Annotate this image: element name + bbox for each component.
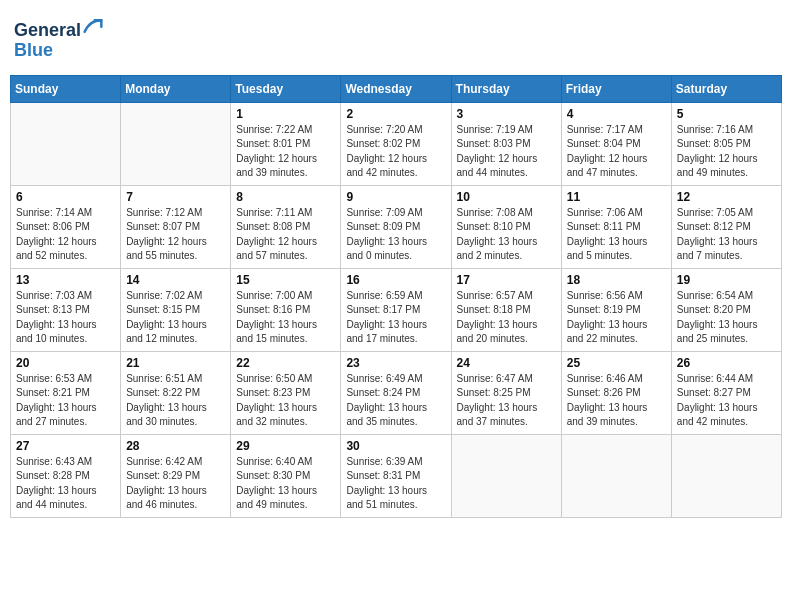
day-number: 3 bbox=[457, 107, 556, 121]
calendar-cell: 14Sunrise: 7:02 AMSunset: 8:15 PMDayligh… bbox=[121, 268, 231, 351]
day-number: 27 bbox=[16, 439, 115, 453]
day-info: Sunrise: 7:11 AMSunset: 8:08 PMDaylight:… bbox=[236, 206, 335, 264]
calendar-week-row: 20Sunrise: 6:53 AMSunset: 8:21 PMDayligh… bbox=[11, 351, 782, 434]
calendar-day-header: Saturday bbox=[671, 75, 781, 102]
day-info: Sunrise: 7:03 AMSunset: 8:13 PMDaylight:… bbox=[16, 289, 115, 347]
calendar-day-header: Thursday bbox=[451, 75, 561, 102]
day-info: Sunrise: 7:17 AMSunset: 8:04 PMDaylight:… bbox=[567, 123, 666, 181]
calendar-day-header: Friday bbox=[561, 75, 671, 102]
day-info: Sunrise: 6:50 AMSunset: 8:23 PMDaylight:… bbox=[236, 372, 335, 430]
calendar-cell: 9Sunrise: 7:09 AMSunset: 8:09 PMDaylight… bbox=[341, 185, 451, 268]
day-info: Sunrise: 7:08 AMSunset: 8:10 PMDaylight:… bbox=[457, 206, 556, 264]
day-number: 9 bbox=[346, 190, 445, 204]
day-info: Sunrise: 6:47 AMSunset: 8:25 PMDaylight:… bbox=[457, 372, 556, 430]
day-number: 26 bbox=[677, 356, 776, 370]
logo-text: General bbox=[14, 16, 103, 41]
calendar-cell: 8Sunrise: 7:11 AMSunset: 8:08 PMDaylight… bbox=[231, 185, 341, 268]
day-info: Sunrise: 7:12 AMSunset: 8:07 PMDaylight:… bbox=[126, 206, 225, 264]
calendar-cell: 10Sunrise: 7:08 AMSunset: 8:10 PMDayligh… bbox=[451, 185, 561, 268]
day-info: Sunrise: 6:54 AMSunset: 8:20 PMDaylight:… bbox=[677, 289, 776, 347]
calendar-week-row: 27Sunrise: 6:43 AMSunset: 8:28 PMDayligh… bbox=[11, 434, 782, 517]
day-number: 20 bbox=[16, 356, 115, 370]
calendar-cell: 2Sunrise: 7:20 AMSunset: 8:02 PMDaylight… bbox=[341, 102, 451, 185]
calendar-cell: 26Sunrise: 6:44 AMSunset: 8:27 PMDayligh… bbox=[671, 351, 781, 434]
day-number: 18 bbox=[567, 273, 666, 287]
calendar-cell bbox=[671, 434, 781, 517]
calendar-cell: 22Sunrise: 6:50 AMSunset: 8:23 PMDayligh… bbox=[231, 351, 341, 434]
calendar-cell bbox=[11, 102, 121, 185]
day-info: Sunrise: 7:00 AMSunset: 8:16 PMDaylight:… bbox=[236, 289, 335, 347]
day-info: Sunrise: 6:49 AMSunset: 8:24 PMDaylight:… bbox=[346, 372, 445, 430]
calendar-cell: 7Sunrise: 7:12 AMSunset: 8:07 PMDaylight… bbox=[121, 185, 231, 268]
page-header: General Blue bbox=[10, 10, 782, 67]
logo-blue-text: Blue bbox=[14, 41, 103, 61]
calendar-cell: 4Sunrise: 7:17 AMSunset: 8:04 PMDaylight… bbox=[561, 102, 671, 185]
calendar-cell: 21Sunrise: 6:51 AMSunset: 8:22 PMDayligh… bbox=[121, 351, 231, 434]
calendar-cell: 11Sunrise: 7:06 AMSunset: 8:11 PMDayligh… bbox=[561, 185, 671, 268]
day-info: Sunrise: 7:02 AMSunset: 8:15 PMDaylight:… bbox=[126, 289, 225, 347]
day-number: 13 bbox=[16, 273, 115, 287]
calendar-day-header: Wednesday bbox=[341, 75, 451, 102]
day-number: 14 bbox=[126, 273, 225, 287]
day-info: Sunrise: 7:06 AMSunset: 8:11 PMDaylight:… bbox=[567, 206, 666, 264]
calendar-cell: 16Sunrise: 6:59 AMSunset: 8:17 PMDayligh… bbox=[341, 268, 451, 351]
day-info: Sunrise: 6:59 AMSunset: 8:17 PMDaylight:… bbox=[346, 289, 445, 347]
day-number: 30 bbox=[346, 439, 445, 453]
day-number: 19 bbox=[677, 273, 776, 287]
day-number: 8 bbox=[236, 190, 335, 204]
calendar-cell: 24Sunrise: 6:47 AMSunset: 8:25 PMDayligh… bbox=[451, 351, 561, 434]
day-number: 4 bbox=[567, 107, 666, 121]
calendar-cell: 29Sunrise: 6:40 AMSunset: 8:30 PMDayligh… bbox=[231, 434, 341, 517]
day-info: Sunrise: 6:56 AMSunset: 8:19 PMDaylight:… bbox=[567, 289, 666, 347]
logo: General Blue bbox=[14, 16, 103, 61]
calendar-cell: 15Sunrise: 7:00 AMSunset: 8:16 PMDayligh… bbox=[231, 268, 341, 351]
day-info: Sunrise: 6:51 AMSunset: 8:22 PMDaylight:… bbox=[126, 372, 225, 430]
day-number: 2 bbox=[346, 107, 445, 121]
day-number: 23 bbox=[346, 356, 445, 370]
day-info: Sunrise: 7:20 AMSunset: 8:02 PMDaylight:… bbox=[346, 123, 445, 181]
day-info: Sunrise: 7:22 AMSunset: 8:01 PMDaylight:… bbox=[236, 123, 335, 181]
day-info: Sunrise: 7:09 AMSunset: 8:09 PMDaylight:… bbox=[346, 206, 445, 264]
day-info: Sunrise: 6:53 AMSunset: 8:21 PMDaylight:… bbox=[16, 372, 115, 430]
calendar-cell: 13Sunrise: 7:03 AMSunset: 8:13 PMDayligh… bbox=[11, 268, 121, 351]
calendar-cell: 25Sunrise: 6:46 AMSunset: 8:26 PMDayligh… bbox=[561, 351, 671, 434]
calendar-cell: 1Sunrise: 7:22 AMSunset: 8:01 PMDaylight… bbox=[231, 102, 341, 185]
day-info: Sunrise: 7:05 AMSunset: 8:12 PMDaylight:… bbox=[677, 206, 776, 264]
logo-icon bbox=[83, 16, 103, 36]
calendar-cell: 30Sunrise: 6:39 AMSunset: 8:31 PMDayligh… bbox=[341, 434, 451, 517]
calendar-cell bbox=[451, 434, 561, 517]
day-number: 17 bbox=[457, 273, 556, 287]
calendar-table: SundayMondayTuesdayWednesdayThursdayFrid… bbox=[10, 75, 782, 518]
calendar-cell bbox=[561, 434, 671, 517]
day-info: Sunrise: 6:42 AMSunset: 8:29 PMDaylight:… bbox=[126, 455, 225, 513]
day-info: Sunrise: 6:57 AMSunset: 8:18 PMDaylight:… bbox=[457, 289, 556, 347]
calendar-week-row: 13Sunrise: 7:03 AMSunset: 8:13 PMDayligh… bbox=[11, 268, 782, 351]
day-info: Sunrise: 7:14 AMSunset: 8:06 PMDaylight:… bbox=[16, 206, 115, 264]
calendar-header-row: SundayMondayTuesdayWednesdayThursdayFrid… bbox=[11, 75, 782, 102]
day-number: 12 bbox=[677, 190, 776, 204]
day-number: 15 bbox=[236, 273, 335, 287]
day-info: Sunrise: 6:43 AMSunset: 8:28 PMDaylight:… bbox=[16, 455, 115, 513]
day-number: 5 bbox=[677, 107, 776, 121]
day-info: Sunrise: 6:40 AMSunset: 8:30 PMDaylight:… bbox=[236, 455, 335, 513]
day-info: Sunrise: 6:39 AMSunset: 8:31 PMDaylight:… bbox=[346, 455, 445, 513]
day-number: 29 bbox=[236, 439, 335, 453]
day-number: 22 bbox=[236, 356, 335, 370]
day-number: 1 bbox=[236, 107, 335, 121]
day-number: 10 bbox=[457, 190, 556, 204]
calendar-cell: 12Sunrise: 7:05 AMSunset: 8:12 PMDayligh… bbox=[671, 185, 781, 268]
day-info: Sunrise: 7:19 AMSunset: 8:03 PMDaylight:… bbox=[457, 123, 556, 181]
calendar-cell: 19Sunrise: 6:54 AMSunset: 8:20 PMDayligh… bbox=[671, 268, 781, 351]
calendar-cell: 27Sunrise: 6:43 AMSunset: 8:28 PMDayligh… bbox=[11, 434, 121, 517]
day-info: Sunrise: 6:46 AMSunset: 8:26 PMDaylight:… bbox=[567, 372, 666, 430]
day-number: 21 bbox=[126, 356, 225, 370]
calendar-cell: 17Sunrise: 6:57 AMSunset: 8:18 PMDayligh… bbox=[451, 268, 561, 351]
calendar-day-header: Monday bbox=[121, 75, 231, 102]
calendar-week-row: 1Sunrise: 7:22 AMSunset: 8:01 PMDaylight… bbox=[11, 102, 782, 185]
calendar-cell: 28Sunrise: 6:42 AMSunset: 8:29 PMDayligh… bbox=[121, 434, 231, 517]
day-number: 28 bbox=[126, 439, 225, 453]
calendar-cell: 6Sunrise: 7:14 AMSunset: 8:06 PMDaylight… bbox=[11, 185, 121, 268]
day-number: 11 bbox=[567, 190, 666, 204]
day-info: Sunrise: 7:16 AMSunset: 8:05 PMDaylight:… bbox=[677, 123, 776, 181]
calendar-cell: 20Sunrise: 6:53 AMSunset: 8:21 PMDayligh… bbox=[11, 351, 121, 434]
